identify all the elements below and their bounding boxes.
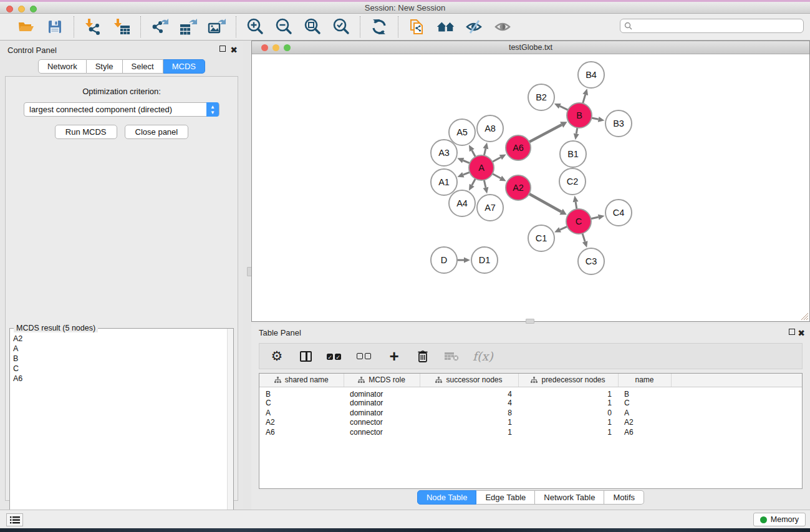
node-B2[interactable]: B2 bbox=[528, 84, 554, 110]
edge-A-A6[interactable] bbox=[493, 157, 501, 162]
open-session-button[interactable] bbox=[16, 17, 36, 37]
column-header-name[interactable]: name bbox=[618, 374, 671, 387]
table-row[interactable]: Adominator80A bbox=[259, 408, 802, 418]
node-A8[interactable]: A8 bbox=[477, 115, 503, 142]
float-panel-icon[interactable] bbox=[219, 45, 226, 54]
column-header-shared-name[interactable]: shared name bbox=[259, 374, 344, 387]
table-row[interactable]: A6connector11A6 bbox=[259, 427, 802, 437]
resize-grip-icon[interactable] bbox=[799, 311, 809, 321]
result-item[interactable]: B bbox=[13, 354, 224, 364]
cell-name[interactable]: A2 bbox=[618, 418, 671, 428]
table-settings-button[interactable]: ⚙ bbox=[269, 348, 284, 364]
cell-successor-nodes[interactable]: 1 bbox=[420, 427, 518, 437]
clone-network-button[interactable] bbox=[407, 17, 427, 37]
result-item[interactable]: A6 bbox=[13, 374, 224, 384]
edge-B-B2[interactable] bbox=[560, 106, 568, 110]
cell-MCDS-role[interactable]: connector bbox=[344, 427, 420, 437]
tab-style[interactable]: Style bbox=[87, 59, 123, 74]
zoom-out-button[interactable] bbox=[274, 17, 294, 37]
node-D[interactable]: D bbox=[431, 247, 457, 273]
cell-successor-nodes[interactable]: 4 bbox=[420, 399, 518, 409]
edge-A2-C[interactable] bbox=[529, 194, 561, 212]
run-mcds-button[interactable]: Run MCDS bbox=[55, 125, 117, 139]
apply-layout-button[interactable] bbox=[369, 17, 389, 37]
save-session-button[interactable] bbox=[45, 17, 65, 37]
edge-A-A2[interactable] bbox=[493, 174, 501, 178]
memory-button[interactable]: Memory bbox=[753, 513, 806, 526]
node-A4[interactable]: A4 bbox=[449, 190, 475, 216]
node-B4[interactable]: B4 bbox=[578, 62, 604, 88]
edge-B-B1[interactable] bbox=[576, 128, 577, 134]
cell-name[interactable]: A bbox=[618, 408, 671, 418]
edge-C-C4[interactable] bbox=[591, 217, 599, 219]
table-row[interactable]: Bdominator41B bbox=[259, 387, 802, 399]
cell-shared-name[interactable]: A bbox=[259, 408, 344, 418]
delete-table-button[interactable] bbox=[444, 348, 459, 364]
cell-name[interactable]: A6 bbox=[618, 427, 671, 437]
edge-A-A1[interactable] bbox=[463, 172, 470, 175]
node-D1[interactable]: D1 bbox=[471, 247, 498, 273]
node-C4[interactable]: C4 bbox=[605, 200, 632, 226]
cell-MCDS-role[interactable]: dominator bbox=[344, 399, 420, 409]
edge-A-A5[interactable] bbox=[472, 150, 476, 157]
zoom-in-button[interactable] bbox=[245, 17, 265, 37]
zoom-fit-button[interactable] bbox=[302, 17, 322, 37]
criterion-dropdown[interactable]: largest connected component (directed) ▲… bbox=[24, 102, 219, 117]
network-window-titlebar[interactable]: testGlobe.txt bbox=[252, 41, 809, 54]
tab-edge-table[interactable]: Edge Table bbox=[476, 490, 535, 505]
node-A7[interactable]: A7 bbox=[477, 195, 503, 221]
node-C[interactable]: C bbox=[566, 209, 591, 234]
cell-successor-nodes[interactable]: 8 bbox=[420, 408, 518, 418]
cell-MCDS-role[interactable]: dominator bbox=[344, 408, 420, 418]
close-panel-button[interactable]: Close panel bbox=[125, 125, 189, 139]
cell-predecessor-nodes[interactable]: 1 bbox=[518, 427, 618, 437]
edge-C-C1[interactable] bbox=[560, 226, 567, 230]
cell-predecessor-nodes[interactable]: 1 bbox=[518, 418, 618, 428]
node-B3[interactable]: B3 bbox=[605, 110, 632, 137]
cell-shared-name[interactable]: A6 bbox=[259, 427, 344, 437]
import-table-button[interactable] bbox=[112, 17, 132, 37]
node-A[interactable]: A bbox=[469, 155, 494, 180]
node-A6[interactable]: A6 bbox=[506, 135, 531, 160]
cell-name[interactable]: C bbox=[618, 399, 671, 409]
result-item[interactable]: A bbox=[13, 344, 224, 354]
show-all-button[interactable] bbox=[493, 17, 513, 37]
edge-C-C2[interactable] bbox=[576, 202, 577, 210]
function-builder-button[interactable]: f(x) bbox=[473, 348, 493, 364]
horizontal-splitter-handle[interactable] bbox=[526, 319, 534, 324]
result-item[interactable]: C bbox=[13, 364, 224, 374]
export-image-button[interactable] bbox=[207, 17, 227, 37]
tab-select[interactable]: Select bbox=[123, 59, 163, 74]
tab-network-table[interactable]: Network Table bbox=[535, 490, 604, 505]
column-header-MCDS-role[interactable]: MCDS role bbox=[344, 374, 420, 387]
export-network-button[interactable] bbox=[150, 17, 170, 37]
node-B1[interactable]: B1 bbox=[560, 141, 586, 167]
table-row[interactable]: A2connector11A2 bbox=[259, 418, 802, 428]
node-table-grid[interactable]: shared nameMCDS rolesuccessor nodesprede… bbox=[259, 374, 802, 437]
close-panel-icon[interactable]: ✖ bbox=[230, 45, 238, 55]
table-row[interactable]: Cdominator41C bbox=[259, 399, 802, 409]
node-C2[interactable]: C2 bbox=[559, 168, 586, 195]
tab-node-table[interactable]: Node Table bbox=[417, 490, 477, 505]
column-header-predecessor-nodes[interactable]: predecessor nodes bbox=[518, 374, 618, 387]
node-A1[interactable]: A1 bbox=[431, 169, 457, 195]
cell-successor-nodes[interactable]: 4 bbox=[420, 387, 518, 399]
result-item[interactable]: A2 bbox=[13, 334, 224, 344]
edge-B-B3[interactable] bbox=[592, 118, 599, 119]
create-column-button[interactable]: + bbox=[387, 348, 402, 364]
edge-A-A8[interactable] bbox=[484, 148, 486, 155]
task-history-button[interactable] bbox=[6, 513, 23, 526]
node-A5[interactable]: A5 bbox=[449, 119, 475, 145]
deselect-all-rows-button[interactable] bbox=[357, 348, 373, 364]
cell-name[interactable]: B bbox=[618, 387, 671, 399]
import-network-button[interactable] bbox=[83, 17, 103, 37]
float-table-panel-icon[interactable] bbox=[789, 328, 795, 337]
node-A3[interactable]: A3 bbox=[431, 140, 457, 166]
node-C1[interactable]: C1 bbox=[528, 225, 554, 251]
show-columns-button[interactable] bbox=[298, 348, 313, 364]
cell-shared-name[interactable]: C bbox=[259, 399, 344, 409]
edge-A-A7[interactable] bbox=[484, 180, 486, 188]
edge-A-A3[interactable] bbox=[463, 160, 470, 163]
cell-shared-name[interactable]: B bbox=[259, 387, 344, 399]
column-header-successor-nodes[interactable]: successor nodes bbox=[420, 374, 518, 387]
